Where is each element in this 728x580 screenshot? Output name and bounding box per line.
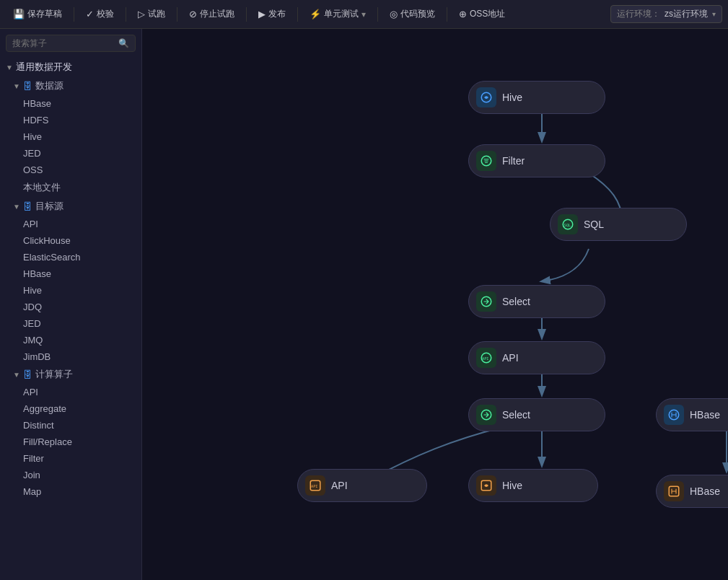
divider-3	[177, 7, 177, 22]
save-icon: 💾	[13, 9, 25, 19]
sidebar-item-distinct[interactable]: Distinct	[0, 417, 141, 434]
unit-test-button[interactable]: ⚡ 单元测试 ▾	[302, 5, 373, 23]
sidebar-item-clickhouse[interactable]: ClickHouse	[0, 232, 141, 249]
api-out-label: API	[331, 480, 348, 491]
trial-run-button[interactable]: ▷ 试跑	[131, 5, 172, 23]
sidebar-item-oss[interactable]: OSS	[0, 162, 141, 178]
sidebar-item-filter[interactable]: Filter	[0, 450, 141, 467]
search-box[interactable]: 🔍	[6, 35, 136, 52]
compute-icon: 🗄	[23, 369, 32, 380]
select2-icon	[476, 405, 496, 425]
validate-icon: ✓	[86, 9, 94, 19]
publish-icon: ▶	[258, 9, 266, 19]
hive-out-label: Hive	[502, 480, 522, 491]
trial-icon: ▷	[138, 9, 145, 19]
sidebar-item-join[interactable]: Join	[0, 467, 141, 483]
sidebar-item-jdq[interactable]: JDQ	[0, 299, 141, 315]
node-sql[interactable]: SQL SQL	[550, 208, 687, 241]
hbase-right-icon	[664, 405, 684, 425]
sidebar-subgroup-compute[interactable]: ▼ 🗄 计算算子	[0, 365, 141, 384]
validate-button[interactable]: ✓ 校验	[79, 5, 121, 23]
sidebar-item-localfile[interactable]: 本地文件	[0, 178, 141, 197]
divider-2	[126, 7, 126, 22]
hbase-out-icon	[664, 481, 684, 501]
sidebar-item-map[interactable]: Map	[0, 483, 141, 500]
sidebar-item-elasticsearch[interactable]: ElasticSearch	[0, 249, 141, 265]
select2-label: Select	[502, 409, 530, 421]
sidebar-item-jmq[interactable]: JMQ	[0, 332, 141, 348]
api-mid-icon: API	[476, 348, 496, 368]
chevron-icon: ▼	[13, 203, 20, 211]
api-mid-label: API	[502, 352, 519, 364]
node-api-mid[interactable]: API API	[468, 341, 605, 374]
canvas[interactable]: Hive Filter SQL SQL Select API	[142, 29, 728, 580]
hbase-out-label: HBase	[690, 485, 720, 497]
divider-5	[297, 7, 298, 22]
sidebar-item-jimdb[interactable]: JimDB	[0, 348, 141, 365]
code-preview-icon: ◎	[390, 9, 398, 19]
divider-4	[246, 7, 247, 22]
sidebar-item-aggregate[interactable]: Aggregate	[0, 400, 141, 417]
sidebar-subgroup-target[interactable]: ▼ 🗄 目标源	[0, 197, 141, 216]
filter-label: Filter	[502, 155, 525, 167]
stop-icon: ⊘	[189, 9, 197, 19]
chevron-icon: ▼	[13, 371, 20, 379]
chevron-icon: ▼	[13, 82, 20, 90]
node-select2[interactable]: Select	[468, 398, 605, 431]
sidebar-item-api-target[interactable]: API	[0, 216, 141, 232]
divider-6	[377, 7, 378, 22]
api-out-icon: API	[305, 475, 325, 496]
oss-icon: ⊕	[459, 9, 467, 19]
node-api-out[interactable]: API API	[297, 469, 427, 502]
sidebar-item-hive-source[interactable]: Hive	[0, 128, 141, 145]
sql-label: SQL	[584, 219, 604, 230]
node-hbase-right[interactable]: HBase	[656, 398, 728, 431]
main-layout: 🔍 ▼ 通用数据开发 ▼ 🗄 数据源 HBase HDFS Hive JED O…	[0, 29, 728, 580]
code-preview-button[interactable]: ◎ 代码预览	[382, 5, 442, 23]
search-input[interactable]	[12, 38, 114, 48]
oss-address-button[interactable]: ⊕ OSS地址	[452, 5, 512, 23]
datasource-icon: 🗄	[23, 81, 32, 92]
hive-out-icon	[476, 475, 496, 496]
stop-trial-button[interactable]: ⊘ 停止试跑	[182, 5, 242, 23]
sidebar-item-jed-target[interactable]: JED	[0, 315, 141, 332]
node-hive-source[interactable]: Hive	[468, 81, 605, 114]
svg-text:API: API	[482, 356, 488, 361]
sidebar-item-hdfs[interactable]: HDFS	[0, 112, 141, 128]
target-icon: 🗄	[23, 201, 32, 212]
node-select1[interactable]: Select	[468, 285, 605, 318]
sidebar-content: ▼ 通用数据开发 ▼ 🗄 数据源 HBase HDFS Hive JED OSS…	[0, 58, 141, 580]
sidebar: 🔍 ▼ 通用数据开发 ▼ 🗄 数据源 HBase HDFS Hive JED O…	[0, 29, 142, 580]
sidebar-item-hbase-target[interactable]: HBase	[0, 265, 141, 282]
node-hbase-out[interactable]: HBase	[656, 475, 728, 508]
select1-label: Select	[502, 296, 530, 307]
select1-icon	[476, 291, 496, 312]
divider-7	[447, 7, 447, 22]
sidebar-item-fill-replace[interactable]: Fill/Replace	[0, 434, 141, 450]
node-hive-out[interactable]: Hive	[468, 469, 598, 502]
toolbar: 💾 保存草稿 ✓ 校验 ▷ 试跑 ⊘ 停止试跑 ▶ 发布 ⚡ 单元测试 ▾ ◎ …	[0, 0, 728, 29]
sidebar-item-hbase[interactable]: HBase	[0, 95, 141, 112]
publish-button[interactable]: ▶ 发布	[251, 5, 293, 23]
save-draft-button[interactable]: 💾 保存草稿	[6, 5, 69, 23]
unit-test-icon: ⚡	[310, 9, 321, 19]
hive-source-icon	[476, 87, 496, 107]
sidebar-item-api-compute[interactable]: API	[0, 384, 141, 400]
search-icon[interactable]: 🔍	[118, 38, 129, 48]
sidebar-group-general[interactable]: ▼ 通用数据开发	[0, 58, 141, 76]
svg-text:API: API	[311, 484, 317, 488]
sidebar-item-jed[interactable]: JED	[0, 145, 141, 162]
hive-source-label: Hive	[502, 92, 522, 103]
divider-1	[74, 7, 74, 22]
node-filter[interactable]: Filter	[468, 144, 605, 177]
chevron-icon: ▼	[6, 63, 13, 71]
connections-svg	[142, 29, 728, 580]
svg-text:SQL: SQL	[564, 223, 571, 227]
sidebar-subgroup-datasource[interactable]: ▼ 🗄 数据源	[0, 76, 141, 95]
sql-icon: SQL	[558, 214, 578, 234]
chevron-down-icon: ▾	[712, 10, 716, 18]
filter-icon	[476, 151, 496, 171]
env-selector[interactable]: 运行环境： zs运行环境 ▾	[610, 5, 722, 23]
hbase-right-label: HBase	[690, 409, 720, 421]
sidebar-item-hive-target[interactable]: Hive	[0, 282, 141, 299]
